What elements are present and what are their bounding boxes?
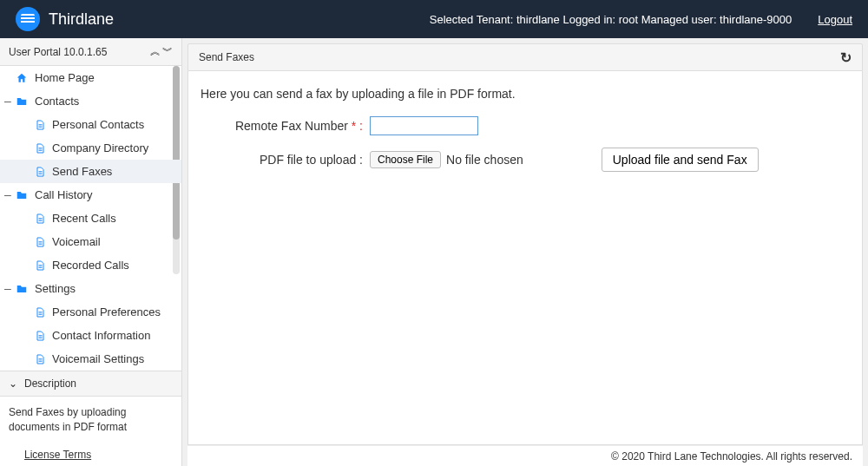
nav-item-label: Home Page (35, 71, 95, 84)
tree-toggle[interactable]: – (3, 188, 12, 200)
home-icon (16, 71, 35, 85)
tenant-user-info: Selected Tenant: thirdlane Logged in: ro… (430, 13, 792, 26)
file-icon (35, 165, 52, 179)
tree-toggle[interactable]: – (3, 95, 12, 107)
nav-item-contact-information[interactable]: Contact Information (0, 324, 181, 347)
folder-icon (16, 95, 35, 108)
nav-item-personal-contacts[interactable]: Personal Contacts (0, 113, 181, 136)
logout-link[interactable]: Logout (818, 13, 852, 26)
sidebar-title: User Portal 10.0.1.65 (9, 46, 107, 58)
folder-icon (16, 282, 35, 296)
license-link[interactable]: License Terms (0, 443, 181, 466)
file-icon (35, 305, 52, 319)
nav-item-recorded-calls[interactable]: Recorded Calls (0, 253, 181, 277)
panel-body: Here you can send a fax by uploading a f… (187, 71, 863, 445)
description-header[interactable]: ⌄ Description (0, 371, 181, 397)
panel-header: Send Faxes ↻ (187, 43, 863, 71)
logo-icon (16, 7, 40, 31)
nav-item-settings[interactable]: Settings (0, 277, 181, 300)
nav-item-label: Voicemail Settings (52, 352, 144, 365)
intro-text: Here you can send a fax by uploading a f… (201, 87, 850, 101)
sidebar: User Portal 10.0.1.65 ︽ ︾ Home Page–Cont… (0, 38, 182, 466)
nav-item-label: Personal Contacts (52, 118, 144, 131)
panel-title: Send Faxes (199, 51, 254, 63)
chevron-down-icon: ⌄ (9, 377, 17, 390)
pdf-upload-label: PDF file to upload : (201, 153, 370, 167)
file-icon (35, 212, 52, 226)
nav-tree: Home Page–ContactsPersonal ContactsCompa… (0, 66, 181, 371)
nav-item-label: Recorded Calls (52, 259, 129, 272)
expand-all-icon[interactable]: ︾ (162, 44, 173, 59)
copyright-text: © 2020 Third Lane Technologies. All righ… (611, 450, 852, 463)
nav-item-label: Company Directory (52, 141, 148, 154)
nav-item-label: Contacts (35, 95, 79, 108)
file-chosen-status: No file chosen (446, 153, 523, 167)
nav-item-label: Recent Calls (52, 212, 116, 225)
topbar: Thirdlane Selected Tenant: thirdlane Log… (0, 0, 868, 38)
nav-item-label: Call History (35, 188, 92, 201)
sidebar-header: User Portal 10.0.1.65 ︽ ︾ (0, 38, 181, 66)
nav-item-company-directory[interactable]: Company Directory (0, 136, 181, 160)
nav-item-label: Contact Information (52, 329, 150, 342)
nav-item-recent-calls[interactable]: Recent Calls (0, 207, 181, 230)
nav-item-personal-preferences[interactable]: Personal Preferences (0, 300, 181, 324)
nav-item-voicemail[interactable]: Voicemail (0, 230, 181, 253)
remote-fax-input[interactable] (370, 116, 478, 135)
folder-icon (16, 188, 35, 202)
file-icon (35, 235, 52, 249)
file-icon (35, 141, 52, 155)
nav-item-voicemail-settings[interactable]: Voicemail Settings (0, 347, 181, 371)
nav-item-call-history[interactable]: Call History (0, 183, 181, 207)
nav-item-label: Send Faxes (52, 165, 112, 178)
remote-fax-label: Remote Fax Number * : (201, 119, 370, 133)
nav-item-label: Settings (35, 282, 76, 295)
footer: © 2020 Third Lane Technologies. All righ… (187, 445, 863, 466)
nav-item-home-page[interactable]: Home Page (0, 66, 181, 89)
file-icon (35, 329, 52, 343)
description-body: Send Faxes by uploading documents in PDF… (0, 397, 181, 443)
file-icon (35, 352, 52, 366)
nav-item-label: Voicemail (52, 235, 101, 248)
content: Send Faxes ↻ Here you can send a fax by … (182, 38, 868, 466)
nav-item-send-faxes[interactable]: Send Faxes (0, 160, 181, 183)
file-icon (35, 118, 52, 132)
file-icon (35, 259, 52, 272)
nav-item-label: Personal Preferences (52, 305, 161, 318)
choose-file-button[interactable]: Choose File (370, 151, 441, 168)
refresh-icon[interactable]: ↻ (840, 49, 852, 66)
nav-item-contacts[interactable]: Contacts (0, 89, 181, 113)
collapse-all-icon[interactable]: ︽ (150, 44, 161, 59)
brand-name: Thirdlane (49, 10, 114, 29)
tree-toggle[interactable]: – (3, 282, 12, 294)
upload-send-button[interactable]: Upload file and send Fax (602, 148, 759, 172)
description-title: Description (24, 377, 76, 390)
